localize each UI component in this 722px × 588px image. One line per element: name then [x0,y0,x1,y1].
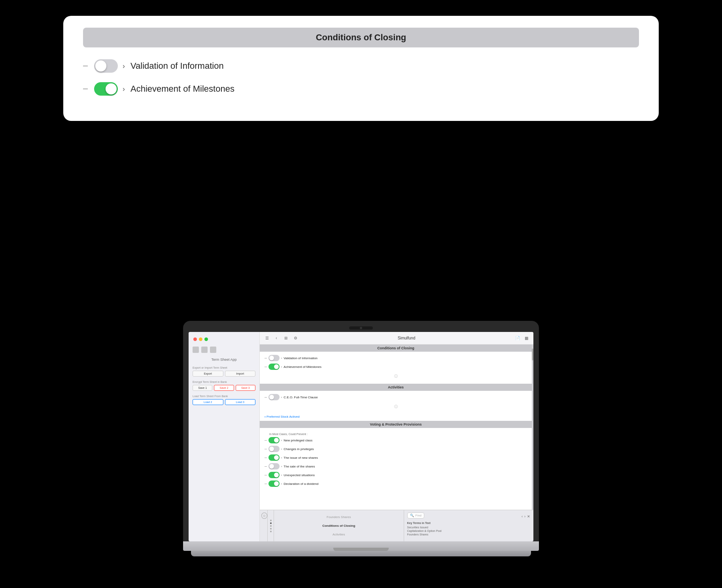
mini-label-sale-shares: The sale of the shares [284,465,315,468]
key-term-2: Capitalization & Option Pool [407,530,531,532]
key-term-1: Securities Issued [407,526,531,529]
sidebar-save-btns: Save 1 Save 2 Save 3 [193,385,255,391]
toolbar: ☰ ‹ ⊞ ⚙ Simulfund 📄 ▦ [260,332,533,345]
mini-label-unexpected: Unexpected situations [284,473,315,477]
mini-toggle-row-new-shares: › The issue of new shares [265,454,527,461]
mini-toggle-unexpected[interactable] [268,472,280,478]
save2-button[interactable]: Save 2 [214,385,234,391]
load3-button[interactable]: Load 3 [225,399,256,405]
mini-label-milestones: Achievement of Milestones [284,365,321,369]
search-icon: 🔍 [410,514,414,517]
mini-toggle-new-shares[interactable] [268,454,280,461]
mini-toggle-dividend[interactable] [268,481,280,487]
section-body-activities: › C.E.O. Full-Time Clause ⓘ [260,391,532,414]
mini-dash-dividend [265,484,267,484]
mini-chevron-new-priv: › [281,439,282,442]
nav-dot-2[interactable] [270,522,272,524]
save1-button[interactable]: Save 1 [193,385,212,391]
info-icon-closing: ⓘ [265,372,527,381]
back-button[interactable]: ‹ [273,335,280,341]
table-button[interactable]: ▦ [523,335,529,341]
laptop-foot [191,551,531,556]
mini-toggle-row-dividend: › Declaration of a dividend [265,481,527,487]
tab-conditions-closing[interactable]: Conditions of Closing [277,524,401,528]
bottom-tabs: Founders Shares Conditions of Closing Ac… [274,510,404,541]
sidebar-export-import-label: Export or Import Term Sheet [193,366,255,369]
doc-button[interactable]: 📄 [514,335,521,341]
save3-button[interactable]: Save 3 [236,385,255,391]
toggle-row-validation: › Validation of Information [83,59,639,73]
mini-chevron-changes-priv: › [281,448,282,450]
key-term-3: Founders Shares [407,533,531,536]
nav-arrows: ‹ › ✕ [522,514,530,518]
export-button[interactable]: Export [193,371,223,377]
grid-button[interactable]: ⊞ [283,335,289,341]
sidebar-toolbar-icons [193,347,255,353]
mini-chevron-sale-shares: › [281,465,282,468]
settings-button[interactable]: ⚙ [292,335,299,341]
sidebar-icon-1[interactable] [193,347,199,353]
mini-label-validation: Validation of Information [284,356,318,360]
sidebar-app-title: Term Sheet App [193,358,255,362]
toggle-milestones[interactable] [94,82,118,96]
tab-founders-shares[interactable]: Founders Shares [277,515,401,519]
mini-chevron-dividend: › [281,482,282,485]
laptop-base [183,541,539,551]
laptop-container: Term Sheet App Export or Import Term She… [0,321,722,556]
mini-dash-ceo [265,397,267,398]
traffic-light-yellow[interactable] [199,337,202,341]
mini-chevron-milestones: › [281,366,282,368]
toolbar-right-buttons: 📄 ▦ [514,335,529,341]
mini-dash-new-priv [265,440,267,441]
prev-arrow[interactable]: ‹ [522,514,523,518]
mini-toggle-row-validation: › Validation of Information [265,355,527,361]
tab-activities[interactable]: Activities [277,533,401,536]
mini-toggle-row-milestones: › Achievement of Milestones [265,364,527,370]
mini-toggle-milestones[interactable] [268,364,280,370]
scroll-thumb [532,349,533,360]
search-box[interactable]: 🔍 Find [407,513,425,518]
mini-label-changes-priv: Changes in privileges [284,447,314,451]
mini-toggle-row-ceo: › C.E.O. Full-Time Clause [265,394,527,400]
toggle-milestones-label: Achievement of Milestones [130,84,234,94]
next-arrow[interactable]: › [524,514,525,518]
section-header-closing: Conditions of Closing [260,345,532,352]
nav-dot-4[interactable] [270,528,272,530]
mini-chevron-unexpected: › [281,474,282,477]
traffic-light-red[interactable] [193,337,197,341]
sidebar-load-label: Load Term Sheet From Bank [193,395,255,398]
nav-dot-3[interactable] [270,525,272,527]
dash-icon [83,66,88,66]
close-button[interactable]: ✕ [527,514,530,518]
sidebar-icon-3[interactable] [210,347,216,353]
mini-toggle-sale-shares[interactable] [268,463,280,469]
mini-toggle-changes-priv[interactable] [268,446,280,452]
sidebar-icon-2[interactable] [201,347,208,353]
search-placeholder: Find [416,514,422,517]
dash-icon-2 [83,89,88,89]
mini-dash-icon-2 [265,367,267,367]
scrollbar[interactable] [532,345,533,510]
section-header-voting: Voting & Protective Provisions [260,421,532,428]
import-button[interactable]: Import [225,371,256,377]
nav-dot-5[interactable] [270,531,272,532]
scene: Conditions of Closing › Validation of In… [0,0,722,588]
bottom-right-top: 🔍 Find ‹ › ✕ [407,513,531,520]
traffic-lights [193,336,255,343]
traffic-light-green[interactable] [204,337,208,341]
sidebar-toggle-button[interactable]: ☰ [264,335,270,341]
nav-dot-1[interactable] [270,520,272,521]
mini-toggle-validation[interactable] [268,355,280,361]
chevron-validation-icon: › [123,62,125,70]
globe-icon: ⊙ [261,513,267,519]
laptop: Term Sheet App Export or Import Term She… [183,321,539,556]
mini-toggle-ceo[interactable] [268,394,280,400]
mini-toggle-new-priv[interactable] [268,437,280,443]
key-terms-header: Key Terms in Text [407,522,531,524]
toggle-validation[interactable] [94,59,118,73]
preferred-stock-link[interactable]: Preferred Stock Actived [260,414,532,421]
mini-chevron-validation: › [281,357,282,360]
load2-button[interactable]: Load 2 [193,399,223,405]
section-header-activities: Activities [260,384,532,391]
mini-label-ceo: C.E.O. Full-Time Clause [284,396,318,399]
